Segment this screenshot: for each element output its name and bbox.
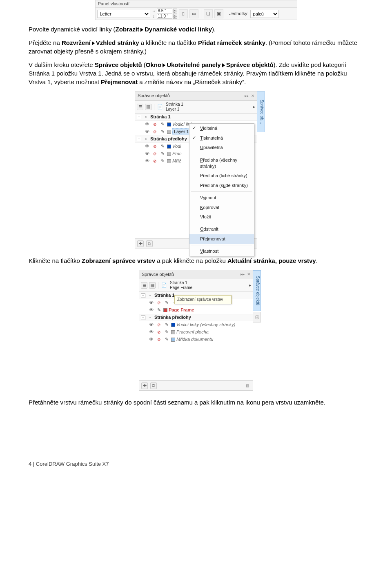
width-icon: ↔ xyxy=(152,9,156,13)
eye-icon[interactable]: 👁 xyxy=(148,300,154,306)
color-swatch[interactable] xyxy=(171,330,175,334)
add-docker-icon[interactable]: ⊕ xyxy=(253,312,261,322)
tree-layer-row[interactable]: 👁 ⊘ ✎ Pracovní plocha xyxy=(139,329,253,336)
units-select[interactable]: palců xyxy=(250,10,279,18)
close-icon[interactable]: ✕ xyxy=(251,93,254,99)
color-swatch[interactable] xyxy=(167,130,171,134)
eye-icon[interactable]: 👁 xyxy=(148,329,154,336)
color-swatch[interactable] xyxy=(167,152,171,156)
new-master-layer-icon[interactable]: ⧉ xyxy=(146,240,153,247)
ctx-master-odd[interactable]: Předloha (liché stránky) xyxy=(189,171,254,180)
ctx-visible[interactable]: ✓Viditelná xyxy=(189,124,254,133)
menu-arrow-icon xyxy=(163,63,165,67)
pen-icon[interactable]: ✎ xyxy=(159,121,166,128)
eye-icon[interactable]: 👁 xyxy=(144,121,150,128)
pen-icon[interactable]: ✎ xyxy=(159,151,166,157)
eye-icon[interactable]: 👁 xyxy=(148,336,154,343)
close-icon[interactable]: ✕ xyxy=(247,271,250,277)
layer-manager-view-icon[interactable]: ≣ xyxy=(137,104,143,110)
tree-layer-row[interactable]: 👁 ✎ Page Frame xyxy=(139,307,253,314)
eye-icon[interactable]: 👁 xyxy=(144,143,150,150)
new-layer-icon[interactable]: ✚ xyxy=(141,382,148,389)
new-master-layer-icon[interactable]: ⧉ xyxy=(150,382,157,389)
pen-icon[interactable]: ✎ xyxy=(163,322,170,328)
pen-icon[interactable]: ✎ xyxy=(163,336,170,343)
noprint-icon[interactable]: ⊘ xyxy=(151,121,158,128)
page-nav-icon[interactable]: ▸ xyxy=(253,104,255,110)
edit-across-layers-icon[interactable]: ▦ xyxy=(145,104,151,110)
ctx-cut[interactable]: Vyjmout xyxy=(189,193,254,202)
pen-icon[interactable]: ✎ xyxy=(163,300,170,306)
pen-icon[interactable]: ✎ xyxy=(159,158,166,165)
height-spinner[interactable]: ▴▾ xyxy=(173,14,177,19)
ctx-editable[interactable]: Upravitelná xyxy=(189,143,254,152)
all-pages-icon[interactable]: ❏ xyxy=(204,9,213,18)
expand-icon[interactable]: ▸▸ xyxy=(245,93,249,99)
ctx-delete[interactable]: Odstranit xyxy=(189,225,254,234)
property-bar: Panel vlastností Letter ↔ 8.5 " ▴▾ ↕ 11.… xyxy=(95,0,297,20)
pen-icon[interactable]: ✎ xyxy=(163,329,170,336)
portrait-icon[interactable]: ▯ xyxy=(179,9,188,18)
width-spinner[interactable]: ▴▾ xyxy=(173,9,177,13)
ctx-master-all[interactable]: Předloha (všechny stránky) xyxy=(189,156,254,171)
edit-across-layers-icon[interactable]: ▦ xyxy=(149,282,156,289)
ctx-rename[interactable]: Přejmenovat xyxy=(189,234,254,244)
ctx-paste[interactable]: Vložit xyxy=(189,212,254,222)
noprint-icon[interactable]: ⊘ xyxy=(156,322,162,328)
docker-tab[interactable]: Správce ob… xyxy=(257,91,265,132)
landscape-icon[interactable]: ▭ xyxy=(189,9,198,18)
paper-size-select[interactable]: Letter xyxy=(97,10,150,18)
tree-blank-area xyxy=(139,343,253,380)
color-swatch[interactable] xyxy=(167,159,171,163)
docker-tab[interactable]: Správce objektů xyxy=(253,270,261,311)
ctx-copy[interactable]: Kopírovat xyxy=(189,203,254,212)
eye-icon[interactable]: 👁 xyxy=(144,151,150,157)
noprint-icon[interactable]: ⊘ xyxy=(151,151,158,157)
pen-icon[interactable]: ✎ xyxy=(159,129,166,135)
new-layer-icon[interactable]: ✚ xyxy=(137,240,144,247)
panel-title-bar: Správce objektů ▸▸✕ xyxy=(135,91,257,100)
height-icon: ↕ xyxy=(152,14,156,19)
ctx-separator xyxy=(191,223,252,223)
noprint-icon[interactable]: ⊘ xyxy=(151,158,158,165)
noprint-icon[interactable]: ⊘ xyxy=(156,336,162,343)
ctx-properties[interactable]: Vlastnosti xyxy=(189,247,254,256)
expand-icon[interactable]: ▸▸ xyxy=(241,271,245,277)
ctx-separator xyxy=(191,245,252,245)
panel-title: Správce objektů xyxy=(142,271,174,278)
eye-icon[interactable]: 👁 xyxy=(144,129,150,135)
pen-icon[interactable]: ✎ xyxy=(156,307,162,314)
tree-page-row[interactable]: − ▫ Stránka 1 xyxy=(135,113,257,121)
menu-arrow-icon xyxy=(140,28,143,32)
color-swatch[interactable] xyxy=(167,122,171,127)
color-swatch[interactable] xyxy=(167,145,171,149)
tree-masterpage-row[interactable]: − ▫ Stránka předlohy xyxy=(139,314,253,321)
eye-icon[interactable]: 👁 xyxy=(148,322,154,328)
noprint-icon[interactable]: ⊘ xyxy=(151,143,158,150)
eye-icon[interactable]: 👁 xyxy=(144,158,150,165)
page-nav-icon[interactable]: ▸ xyxy=(249,282,251,288)
ctx-printable[interactable]: ✓Tisknutelná xyxy=(189,133,254,143)
layer-manager-view-icon[interactable]: ≣ xyxy=(141,282,147,289)
page-width-input[interactable]: 8.5 " xyxy=(157,9,172,13)
collapse-icon[interactable]: − xyxy=(141,294,145,298)
ctx-master-even[interactable]: Předloha (sudé stránky) xyxy=(189,181,254,190)
separator xyxy=(226,9,226,18)
page-height-input[interactable]: 11.0 " xyxy=(157,14,172,19)
pen-icon[interactable]: ✎ xyxy=(159,143,166,150)
noprint-icon[interactable]: ⊘ xyxy=(151,129,158,135)
noprint-icon[interactable]: ⊘ xyxy=(156,329,162,336)
color-swatch[interactable] xyxy=(163,308,167,312)
collapse-icon[interactable]: − xyxy=(137,115,141,119)
current-page-icon[interactable]: ▣ xyxy=(214,9,223,18)
trash-icon[interactable]: 🗑 xyxy=(244,382,251,389)
collapse-icon[interactable]: − xyxy=(137,137,141,141)
tree-layer-row[interactable]: 👁 ⊘ ✎ Mřížka dokumentu xyxy=(139,336,253,343)
collapse-icon[interactable]: − xyxy=(141,316,145,320)
context-menu: ✓Viditelná ✓Tisknutelná Upravitelná Před… xyxy=(189,123,254,256)
noprint-icon[interactable]: ⊘ xyxy=(156,300,162,306)
color-swatch[interactable] xyxy=(171,338,175,342)
color-swatch[interactable] xyxy=(171,323,175,327)
eye-icon[interactable]: 👁 xyxy=(148,307,154,314)
tree-layer-row[interactable]: 👁 ⊘ ✎ Vodicí linky (všechny stránky) xyxy=(139,321,253,329)
